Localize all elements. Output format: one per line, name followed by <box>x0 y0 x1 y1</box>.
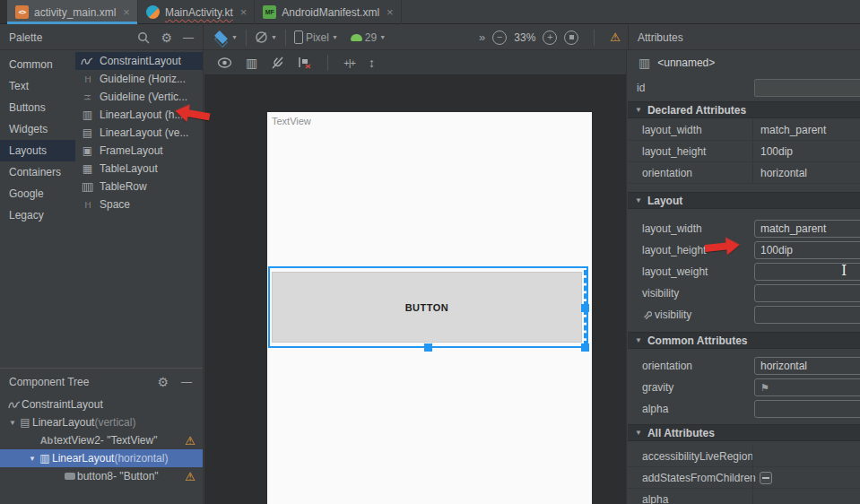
tablerow-icon: ▥ <box>79 181 96 192</box>
layout-width-input[interactable]: match_parent <box>754 220 860 238</box>
text-cursor: I <box>841 262 847 279</box>
autoconnect-off-magnet-icon[interactable] <box>271 56 284 69</box>
resize-handle-corner[interactable] <box>581 343 589 352</box>
zoom-to-fit-button[interactable] <box>564 30 578 45</box>
component-tree-header: Component Tree ⚙ — <box>0 369 203 395</box>
attribute-row[interactable]: addStatesFromChildren <box>628 467 860 489</box>
palette-items: ConstraintLayout |··| Guideline (Horiz..… <box>75 52 203 213</box>
attribute-row[interactable]: layout_width match_parent <box>628 218 860 239</box>
palette-category-containers[interactable]: Containers <box>0 161 75 183</box>
palette-item-linearlayout-vertical[interactable]: ▤ LinearLayout (ve... <box>75 124 203 142</box>
palette-category-legacy[interactable]: Legacy <box>0 204 75 226</box>
palette-category-text[interactable]: Text <box>0 75 75 97</box>
palette-item-space[interactable]: |··| Space <box>75 196 203 213</box>
expand-vertical-icon[interactable]: ↕ <box>369 56 375 70</box>
resize-handle-right[interactable] <box>581 304 589 312</box>
palette-category-google[interactable]: Google <box>0 183 75 204</box>
palette-category-widgets[interactable]: Widgets <box>0 118 75 140</box>
section-declared-attributes[interactable]: ▼ Declared Attributes <box>628 101 860 118</box>
palette-category-buttons[interactable]: Buttons <box>0 97 75 118</box>
id-input[interactable] <box>754 79 860 97</box>
declared-attributes-rows: layout_width match_parent layout_height … <box>628 119 860 184</box>
orientation-input[interactable]: horizontal <box>754 357 860 375</box>
all-attributes-rows: accessibilityLiveRegion addStatesFromChi… <box>628 446 860 504</box>
flag-icon[interactable]: ⚑ <box>760 382 769 393</box>
attribute-row[interactable]: alpha <box>628 489 860 504</box>
gear-icon[interactable]: ⚙ <box>157 375 169 389</box>
resize-handle-bottom[interactable] <box>424 343 432 352</box>
search-icon[interactable] <box>137 31 150 44</box>
attribute-row[interactable]: visibility <box>628 304 860 326</box>
close-icon[interactable]: × <box>240 5 248 19</box>
design-canvas[interactable]: TextView BUTTON <box>267 112 592 504</box>
tree-row-linearlayout-horizontal[interactable]: ▼ ▥ LinearLayout(horizontal) <box>0 449 203 467</box>
api-version-select[interactable]: 29 ▼ <box>351 31 386 44</box>
tree-row-textview2[interactable]: Ab textView2- "TextView" ⚠ <box>0 431 203 449</box>
orientation-theme-select[interactable]: ▼ <box>255 30 277 44</box>
minimize-icon[interactable]: — <box>181 376 192 388</box>
tab-activity-main-xml[interactable]: <> activity_main.xml × <box>7 0 138 24</box>
attribute-row[interactable]: accessibilityLiveRegion <box>628 446 860 467</box>
attribute-row[interactable]: alpha <box>628 398 860 420</box>
chevron-down-icon: ▼ <box>379 34 386 40</box>
linearlayout-vertical-icon: ▤ <box>18 416 32 429</box>
attribute-row[interactable]: orientation horizontal <box>628 162 860 184</box>
tools-visibility-input[interactable] <box>754 306 860 324</box>
attribute-row[interactable]: layout_width match_parent <box>628 119 860 141</box>
attribute-row[interactable]: orientation horizontal <box>628 355 860 377</box>
collapse-arrow-icon: ▼ <box>635 106 642 114</box>
tab-androidmanifest-xml[interactable]: MF AndroidManifest.xml × <box>255 0 401 24</box>
design-mode-select[interactable]: ▼ <box>214 31 238 44</box>
orientation-columns-icon[interactable]: ▥ <box>246 56 257 70</box>
section-layout[interactable]: ▼ Layout <box>628 192 860 209</box>
attribute-row[interactable]: layout_height 100dip <box>628 239 860 261</box>
canvas-textview[interactable]: TextView <box>272 116 311 126</box>
expand-arrow-icon[interactable]: ▼ <box>29 455 38 463</box>
layout-height-input[interactable]: 100dip <box>754 241 860 259</box>
tab-mainactivity-kt[interactable]: MainActivity.kt × <box>138 0 255 24</box>
close-icon[interactable]: × <box>123 5 130 19</box>
expand-arrow-icon[interactable]: ▼ <box>9 419 18 427</box>
tree-row-constraintlayout[interactable]: ConstraintLayout <box>0 395 203 413</box>
design-surface-toolbar: ▼ ▼ Pixel ▼ 29 ▼ <box>204 25 629 49</box>
warning-icon[interactable]: ⚠ <box>610 31 621 43</box>
zoom-out-button[interactable]: − <box>492 30 507 45</box>
tab-bar-edge <box>0 0 7 23</box>
alpha-input[interactable] <box>754 400 860 418</box>
palette-category-common[interactable]: Common <box>0 54 75 75</box>
view-options-eye-icon[interactable] <box>217 57 232 68</box>
palette-item-tablelayout[interactable]: ▦ TableLayout <box>75 160 203 178</box>
tab-label: activity_main.xml <box>34 6 116 19</box>
attribute-row[interactable]: layout_weight <box>628 261 860 282</box>
minimize-icon[interactable]: — <box>183 31 194 44</box>
indeterminate-checkbox[interactable] <box>760 472 772 484</box>
tree-row-linearlayout-vertical[interactable]: ▼ ▤ LinearLayout(vertical) <box>0 413 203 431</box>
palette-item-guideline-horizontal[interactable]: |··| Guideline (Horiz... <box>75 70 203 88</box>
clear-constraints-icon[interactable] <box>298 56 312 69</box>
overflow-chevrons-icon[interactable]: » <box>479 30 485 44</box>
selected-component-header: ▥ <unnamed> <box>628 50 860 75</box>
gravity-input[interactable]: ⚑ <box>754 378 860 396</box>
attributes-header: Attributes <box>629 25 860 49</box>
attribute-row[interactable]: gravity ⚑ <box>628 377 860 398</box>
visibility-input[interactable] <box>754 284 860 302</box>
canvas-button[interactable]: BUTTON <box>272 272 582 343</box>
constraintlayout-icon <box>81 56 94 66</box>
device-select[interactable]: Pixel ▼ <box>294 30 338 44</box>
editor-tab-bar: <> activity_main.xml × MainActivity.kt ×… <box>0 0 860 24</box>
section-all-attributes[interactable]: ▼ All Attributes <box>628 424 860 441</box>
tablelayout-icon: ▦ <box>81 163 94 174</box>
component-name: <unnamed> <box>657 56 715 69</box>
tree-row-button8[interactable]: button8- "Button" ⚠ <box>0 467 203 485</box>
close-icon[interactable]: × <box>387 5 394 19</box>
attribute-row[interactable]: visibility <box>628 282 860 304</box>
align-center-icon[interactable]: +|+ <box>343 57 355 68</box>
palette-category-layouts[interactable]: Layouts <box>0 140 75 161</box>
zoom-in-button[interactable]: + <box>543 30 557 45</box>
palette-item-tablerow[interactable]: ▥ TableRow <box>75 178 203 196</box>
section-common-attributes[interactable]: ▼ Common Attributes <box>628 332 860 349</box>
attribute-row[interactable]: layout_height 100dip <box>628 141 860 162</box>
palette-item-framelayout[interactable]: ▣ FrameLayout <box>75 142 203 160</box>
palette-item-constraintlayout[interactable]: ConstraintLayout <box>75 52 203 70</box>
gear-icon[interactable]: ⚙ <box>161 30 172 45</box>
